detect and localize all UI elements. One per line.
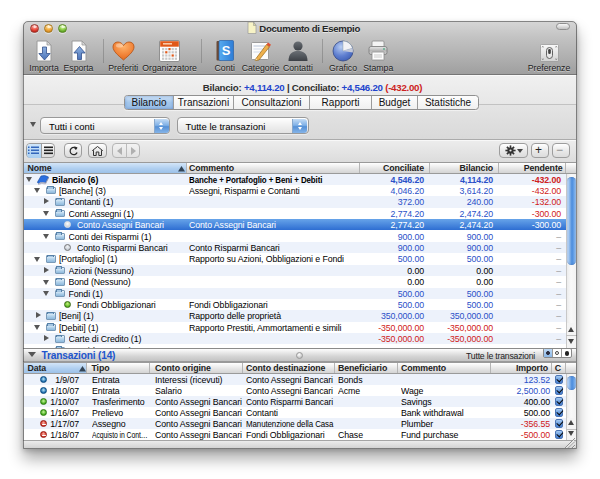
- svg-text:S: S: [221, 43, 230, 58]
